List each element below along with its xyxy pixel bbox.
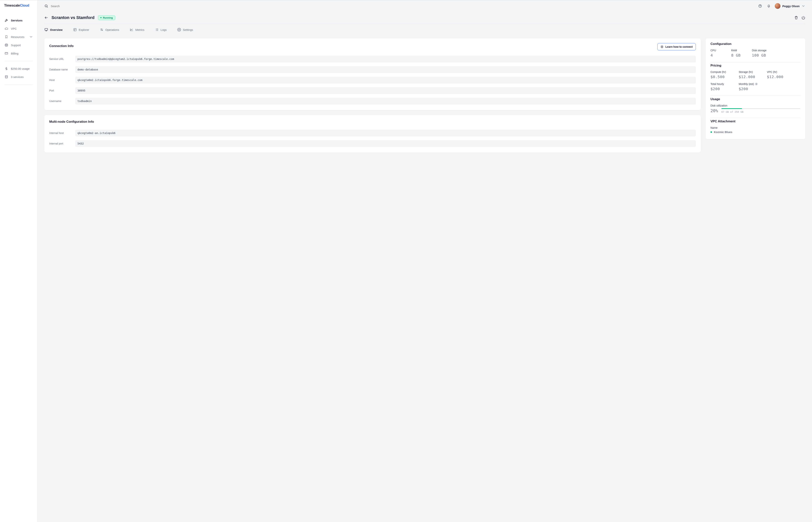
search-input[interactable] <box>51 4 107 8</box>
svg-line-11 <box>47 7 48 7</box>
tab-label: Logs <box>160 28 167 32</box>
usage-section: Usage Disk utilization 20% 67 GB of 250 … <box>711 96 800 118</box>
info-icon[interactable]: i <box>755 83 758 85</box>
sidebar-item-billing[interactable]: Billing <box>0 49 37 58</box>
tab-label: Overview <box>50 28 63 32</box>
sidebar-nav: Services VPC Resources Support Billing <box>0 11 37 84</box>
status-dot-icon <box>711 131 712 133</box>
back-button[interactable] <box>44 16 48 20</box>
stat-label: Disk utilization <box>711 104 800 107</box>
port-value[interactable]: 38995 <box>75 87 696 94</box>
section-title: VPC Attachment <box>711 120 800 123</box>
page-title: Scranton vs Stamford <box>52 15 95 20</box>
tab-label: Metrics <box>135 28 144 32</box>
user-menu[interactable]: Peggy Olson <box>775 3 805 9</box>
delete-button[interactable] <box>794 16 798 20</box>
tab-metrics[interactable]: Metrics <box>130 27 144 33</box>
learn-connect-label: Learn how to connect <box>666 45 693 48</box>
tab-logs[interactable]: Logs <box>155 27 167 33</box>
sidebar: TimescaleCloud Services VPC Resources Su… <box>0 0 38 522</box>
status-dot-icon <box>100 17 101 18</box>
power-button[interactable] <box>801 16 805 20</box>
page-header: Scranton vs Stamford Running <box>44 12 805 24</box>
stat-label: RAM <box>731 49 748 52</box>
tab-label: Explorer <box>79 28 89 32</box>
sidebar-item-label: Billing <box>11 52 18 55</box>
help-icon <box>758 4 762 8</box>
sidebar-item-support[interactable]: Support <box>0 41 37 49</box>
bell-icon <box>767 4 771 8</box>
help-button[interactable] <box>757 3 763 9</box>
field-label: Internal host <box>49 132 72 135</box>
avatar <box>775 3 780 9</box>
card-title: Multi-node Configuration Info <box>49 120 94 124</box>
vpc-name[interactable]: Kozmic Blues <box>711 130 800 134</box>
field-label: Service URL <box>49 58 72 61</box>
logo[interactable]: TimescaleCloud <box>0 0 37 11</box>
database-icon <box>4 75 8 79</box>
svg-point-9 <box>5 76 7 77</box>
field-label: Database name <box>49 68 72 71</box>
sidebar-usage-label: $250.00 usage <box>11 67 29 70</box>
list-icon <box>155 28 159 32</box>
database-name-value[interactable]: demo-database <box>75 66 696 73</box>
sidebar-item-label: VPC <box>11 27 17 30</box>
topbar: Peggy Olson <box>38 0 812 12</box>
sidebar-item-services[interactable]: Services <box>0 16 37 24</box>
section-title: Usage <box>711 97 800 101</box>
vpc-section: VPC Attachment Name Kozmic Blues <box>711 118 800 134</box>
username-value[interactable]: tsdbadmin <box>75 98 696 104</box>
chevron-down-icon <box>29 35 33 39</box>
svg-rect-19 <box>74 28 76 31</box>
dollar-icon <box>4 67 8 71</box>
sidebar-item-vpc[interactable]: VPC <box>0 24 37 33</box>
sidebar-services-count-label: 3 services <box>11 75 24 79</box>
status-badge: Running <box>98 15 115 20</box>
status-label: Running <box>103 16 113 19</box>
internal-port-value[interactable]: 5432 <box>75 140 696 147</box>
stat-label: Name <box>711 126 800 129</box>
wrench-icon <box>4 18 8 22</box>
sliders-icon <box>100 28 103 32</box>
usage-percent: 20% <box>711 108 718 113</box>
tab-overview[interactable]: Overview <box>44 27 63 33</box>
summary-card: Configuration CPU 4 RAM 8 GB <box>706 38 805 139</box>
cpu-value: 4 <box>711 53 728 58</box>
stat-label: VPC (hr) <box>767 71 791 74</box>
internal-host-value[interactable]: qkcegta6m2-an.icta1opsb6 <box>75 130 696 136</box>
tab-label: Operations <box>105 28 119 32</box>
field-label: Port <box>49 89 72 92</box>
progress-fill <box>721 108 742 109</box>
learn-connect-button[interactable]: Learn how to connect <box>657 43 696 51</box>
multinode-card: Multi-node Configuration Info Internal h… <box>44 115 701 153</box>
progress-bar <box>721 108 800 109</box>
gear-icon <box>177 28 181 32</box>
service-url-value[interactable]: postgres://tsdbadmin@qkcegtam2.icta1opsb… <box>75 56 696 62</box>
notifications-button[interactable] <box>766 3 771 9</box>
sidebar-usage[interactable]: $250.00 usage <box>0 64 37 73</box>
monitor-icon <box>44 28 48 32</box>
cloud-icon <box>4 27 8 31</box>
total-hourly-price: $200 <box>711 87 735 91</box>
connection-info-card: Connection Info Learn how to connect Ser… <box>44 38 701 110</box>
tab-label: Settings <box>183 28 193 32</box>
tab-settings[interactable]: Settings <box>177 27 193 33</box>
sidebar-item-label: Resources <box>11 35 24 39</box>
sidebar-item-resources[interactable]: Resources <box>0 33 37 41</box>
card-icon <box>4 52 8 55</box>
svg-point-33 <box>661 46 663 46</box>
stat-label: CPU <box>711 49 728 52</box>
sidebar-services-count[interactable]: 3 services <box>0 73 37 81</box>
tab-operations[interactable]: Operations <box>100 27 119 33</box>
card-title: Connection Info <box>49 44 74 48</box>
host-value[interactable]: qkcegta6m2.icta1opsb6.forge.timescale.co… <box>75 77 696 83</box>
svg-rect-16 <box>45 28 48 30</box>
search-icon[interactable] <box>44 4 48 8</box>
svg-point-32 <box>179 29 179 30</box>
user-name: Peggy Olson <box>782 4 799 8</box>
sidebar-item-label: Services <box>11 19 23 22</box>
monthly-price: $200 <box>739 87 763 91</box>
field-label: Host <box>49 79 72 82</box>
configuration-section: Configuration CPU 4 RAM 8 GB <box>711 42 800 62</box>
tab-explorer[interactable]: Explorer <box>73 27 89 33</box>
